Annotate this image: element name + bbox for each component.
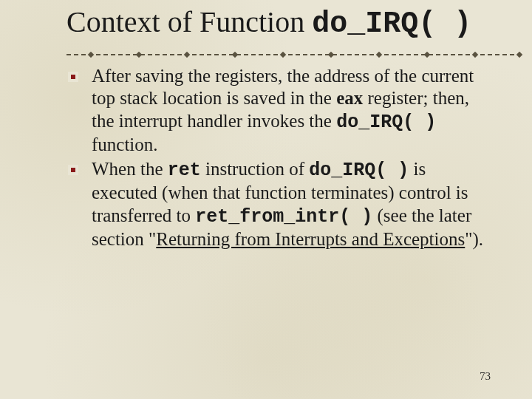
body-text: When the xyxy=(92,159,168,179)
code-text: do_IRQ( ) xyxy=(309,160,409,181)
svg-rect-4 xyxy=(232,52,238,58)
body-text: instruction of xyxy=(201,159,310,179)
svg-rect-9 xyxy=(472,52,478,58)
svg-rect-7 xyxy=(376,52,382,58)
svg-rect-5 xyxy=(280,52,286,58)
code-text: do_IRQ( ) xyxy=(336,112,436,133)
slide-title: Context of Function do_IRQ( ) xyxy=(66,6,502,41)
code-text: ret xyxy=(168,160,201,181)
svg-rect-2 xyxy=(136,52,142,58)
bullet-list: After saving the registers, the address … xyxy=(66,65,502,251)
svg-rect-10 xyxy=(516,52,522,58)
title-code: do_IRQ( ) xyxy=(312,7,471,41)
list-item: When the ret instruction of do_IRQ( ) is… xyxy=(92,158,494,251)
divider-icon xyxy=(66,52,525,58)
body-text: function. xyxy=(92,134,158,154)
slide: Context of Function do_IRQ( ) After savi… xyxy=(0,0,532,399)
svg-rect-3 xyxy=(184,52,190,58)
svg-rect-1 xyxy=(88,52,94,58)
code-text: ret_from_intr( ) xyxy=(195,206,372,228)
svg-rect-8 xyxy=(424,52,430,58)
cross-reference-link: Returning from Interrupts and Exceptions xyxy=(156,229,465,249)
body-text: "). xyxy=(465,229,483,249)
list-item: After saving the registers, the address … xyxy=(92,65,494,157)
title-prefix: Context of Function xyxy=(66,5,312,38)
svg-rect-6 xyxy=(328,52,334,58)
emphasis-text: eax xyxy=(336,88,363,108)
page-number: 73 xyxy=(480,370,491,383)
